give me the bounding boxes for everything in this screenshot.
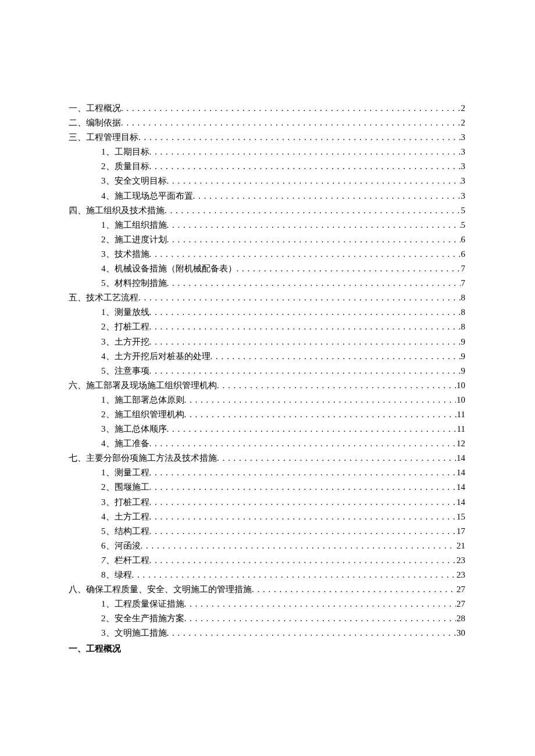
toc-entry-label: 3、技术措施 bbox=[101, 247, 149, 261]
toc-entry-page: 3 bbox=[461, 174, 466, 188]
toc-leader-dots bbox=[237, 261, 461, 276]
toc-entry-page: 15 bbox=[456, 510, 465, 524]
toc-entry-page: 27 bbox=[456, 597, 465, 611]
toc-entry-label: 1、施工部署总体原则 bbox=[101, 393, 184, 407]
toc-entry-label: 4、机械设备措施（附机械配备表） bbox=[101, 261, 237, 276]
toc-entry-page: 30 bbox=[456, 626, 465, 640]
toc-entry[interactable]: 7、栏杆工程23 bbox=[69, 553, 465, 568]
toc-entry[interactable]: 5、材料控制措施7 bbox=[69, 276, 465, 291]
toc-leader-dots bbox=[121, 101, 461, 116]
toc-entry[interactable]: 2、安全生产措施方案28 bbox=[69, 611, 465, 626]
toc-entry[interactable]: 1、测量工程14 bbox=[69, 465, 465, 480]
toc-entry[interactable]: 5、结构工程17 bbox=[69, 524, 465, 539]
toc-leader-dots bbox=[149, 553, 456, 568]
toc-entry[interactable]: 4、施工准备12 bbox=[69, 436, 465, 451]
toc-entry[interactable]: 3、安全文明目标3 bbox=[69, 174, 465, 188]
toc-leader-dots bbox=[184, 407, 456, 422]
toc-entry[interactable]: 七、主要分部份项施工方法及技术措施14 bbox=[69, 451, 465, 465]
toc-leader-dots bbox=[138, 291, 461, 305]
toc-entry-label: 二、编制依据 bbox=[69, 116, 121, 130]
toc-entry-label: 一、工程概况 bbox=[69, 101, 121, 116]
toc-entry[interactable]: 2、施工组织管理机构11 bbox=[69, 407, 465, 422]
toc-entry-label: 七、主要分部份项施工方法及技术措施 bbox=[69, 451, 217, 465]
toc-entry-label: 2、打桩工程 bbox=[101, 320, 149, 334]
toc-entry-label: 6、河函浚 bbox=[101, 539, 141, 553]
toc-leader-dots bbox=[184, 611, 456, 626]
toc-entry[interactable]: 3、文明施工措施30 bbox=[69, 626, 465, 640]
toc-entry[interactable]: 六、施工部署及现场施工组织管理机构10 bbox=[69, 378, 465, 393]
toc-entry-label: 2、围堰施工 bbox=[101, 480, 149, 495]
toc-entry[interactable]: 二、编制依据2 bbox=[69, 116, 465, 130]
toc-leader-dots bbox=[167, 626, 456, 640]
toc-leader-dots bbox=[149, 320, 461, 334]
toc-entry[interactable]: 6、河函浚21 bbox=[69, 539, 465, 553]
toc-leader-dots bbox=[149, 480, 456, 495]
toc-entry[interactable]: 2、施工进度计划6 bbox=[69, 232, 465, 247]
toc-entry-label: 2、施工组织管理机构 bbox=[101, 407, 184, 422]
toc-entry-label: 4、土方工程 bbox=[101, 510, 149, 524]
toc-entry-page: 28 bbox=[456, 611, 465, 626]
toc-entry-label: 五、技术工艺流程 bbox=[69, 291, 138, 305]
toc-entry[interactable]: 八、确保工程质量、安全、文明施工的管理措施27 bbox=[69, 582, 465, 597]
toc-leader-dots bbox=[217, 451, 456, 465]
toc-entry[interactable]: 五、技术工艺流程8 bbox=[69, 291, 465, 305]
toc-entry-page: 8 bbox=[461, 305, 466, 320]
toc-entry[interactable]: 一、工程概况2 bbox=[69, 101, 465, 116]
toc-leader-dots bbox=[149, 495, 456, 510]
toc-entry-label: 3、安全文明目标 bbox=[101, 174, 167, 188]
toc-leader-dots bbox=[149, 510, 456, 524]
toc-entry-label: 4、施工现场总平面布置 bbox=[101, 189, 193, 203]
toc-leader-dots bbox=[211, 349, 461, 364]
toc-entry[interactable]: 四、施工组织及技术措施5 bbox=[69, 203, 465, 218]
toc-entry-label: 2、质量目标 bbox=[101, 159, 149, 174]
toc-entry-page: 14 bbox=[456, 480, 465, 495]
toc-entry[interactable]: 8、绿程23 bbox=[69, 568, 465, 582]
toc-entry-page: 7 bbox=[461, 261, 466, 276]
toc-entry-page: 14 bbox=[456, 451, 465, 465]
toc-entry-page: 10 bbox=[456, 378, 465, 393]
toc-entry-page: 3 bbox=[461, 189, 466, 203]
toc-entry-page: 8 bbox=[461, 291, 466, 305]
toc-leader-dots bbox=[149, 247, 461, 261]
toc-entry-label: 3、施工总体顺序 bbox=[101, 422, 167, 436]
toc-entry[interactable]: 3、打桩工程14 bbox=[69, 495, 465, 510]
toc-leader-dots bbox=[167, 232, 461, 247]
toc-entry[interactable]: 4、机械设备措施（附机械配备表）7 bbox=[69, 261, 465, 276]
toc-entry-page: 3 bbox=[461, 159, 466, 174]
toc-entry[interactable]: 4、土方开挖后对桩基的处理9 bbox=[69, 349, 465, 364]
toc-entry[interactable]: 1、测量放线8 bbox=[69, 305, 465, 320]
toc-entry[interactable]: 4、土方工程15 bbox=[69, 510, 465, 524]
toc-entry[interactable]: 三、工程管理目标3 bbox=[69, 130, 465, 145]
toc-entry-label: 8、绿程 bbox=[101, 568, 132, 582]
toc-entry[interactable]: 2、围堰施工14 bbox=[69, 480, 465, 495]
toc-leader-dots bbox=[167, 218, 461, 232]
toc-entry[interactable]: 3、施工总体顺序11 bbox=[69, 422, 465, 436]
toc-entry-page: 6 bbox=[461, 232, 466, 247]
section-heading: 一、工程概况 bbox=[69, 642, 465, 656]
toc-entry-label: 六、施工部署及现场施工组织管理机构 bbox=[69, 378, 217, 393]
toc-entry[interactable]: 2、质量目标3 bbox=[69, 159, 465, 174]
toc-entry[interactable]: 1、工程质量保证措施27 bbox=[69, 597, 465, 611]
toc-entry[interactable]: 2、打桩工程8 bbox=[69, 320, 465, 334]
toc-entry-label: 1、测量工程 bbox=[101, 465, 149, 480]
toc-entry-page: 12 bbox=[456, 436, 465, 451]
toc-entry[interactable]: 1、工期目标3 bbox=[69, 145, 465, 159]
toc-entry-label: 1、测量放线 bbox=[101, 305, 149, 320]
toc-entry-page: 9 bbox=[461, 364, 466, 378]
toc-entry-label: 2、安全生产措施方案 bbox=[101, 611, 184, 626]
toc-leader-dots bbox=[149, 305, 461, 320]
toc-leader-dots bbox=[193, 189, 461, 203]
toc-entry[interactable]: 4、施工现场总平面布置3 bbox=[69, 189, 465, 203]
toc-entry-page: 2 bbox=[461, 101, 466, 116]
toc-entry-page: 14 bbox=[456, 465, 465, 480]
toc-leader-dots bbox=[149, 159, 461, 174]
toc-entry-page: 3 bbox=[461, 145, 466, 159]
table-of-contents: 一、工程概况2二、编制依据2三、工程管理目标31、工期目标32、质量目标33、安… bbox=[69, 101, 465, 640]
toc-entry[interactable]: 5、注意事项9 bbox=[69, 364, 465, 378]
toc-leader-dots bbox=[167, 422, 456, 436]
toc-entry-label: 3、打桩工程 bbox=[101, 495, 149, 510]
toc-entry[interactable]: 3、技术措施6 bbox=[69, 247, 465, 261]
toc-entry[interactable]: 1、施工部署总体原则10 bbox=[69, 393, 465, 407]
toc-entry[interactable]: 3、土方开挖9 bbox=[69, 335, 465, 349]
toc-entry[interactable]: 1、施工组织措施5 bbox=[69, 218, 465, 232]
